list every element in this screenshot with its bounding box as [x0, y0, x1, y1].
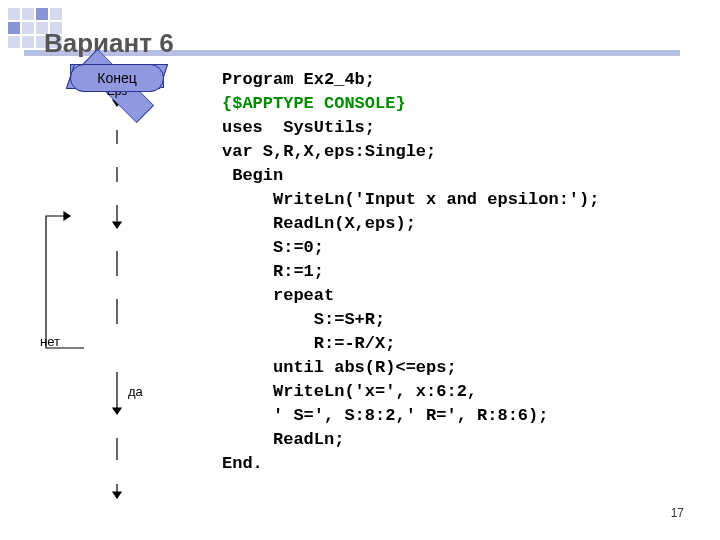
flow-end: Конец — [70, 64, 164, 92]
flow-label-no: нет — [40, 334, 60, 349]
flowchart: Начало x, Eps S=0 R=1 S=S+R R=-R/x |R|<=… — [42, 64, 192, 524]
svg-marker-12 — [113, 408, 121, 414]
page-title: Вариант 6 — [44, 28, 174, 59]
page-number: 17 — [671, 506, 684, 520]
flow-label-yes: да — [128, 384, 143, 399]
svg-marker-13 — [113, 492, 121, 498]
svg-marker-11 — [113, 222, 121, 228]
flow-connectors — [42, 64, 192, 534]
code-listing: Program Ex2_4b; {$APPTYPE CONSOLE} uses … — [222, 68, 599, 476]
svg-marker-9 — [64, 212, 70, 220]
